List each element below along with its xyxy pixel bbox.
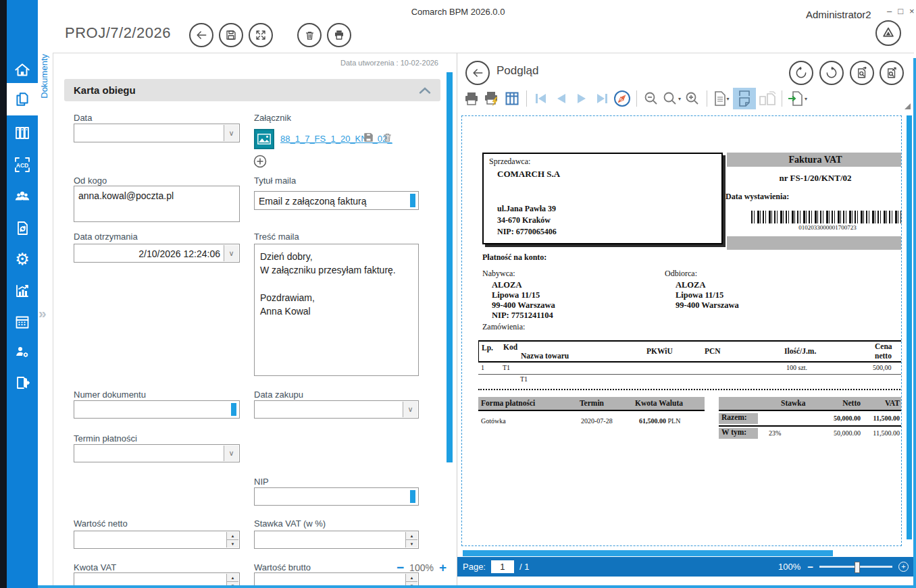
sidebar-item-users-groups[interactable] [7,184,38,209]
pdf-zoom-in-button[interactable] [684,89,701,108]
ocr-send-button[interactable] [880,61,904,85]
hand-navigation-button[interactable] [613,89,631,108]
form-scrollbar[interactable] [447,72,453,462]
sidebar-expander-chevron[interactable]: » [39,305,44,321]
back-button[interactable] [189,23,213,47]
wartosc-netto-spinner[interactable]: ▲▼ [74,531,240,549]
zoom-out-button[interactable]: − [397,561,404,574]
pdf-quick-print-button[interactable] [483,89,501,108]
termin-platnosci-dropdown-button[interactable]: ∨ [224,446,238,461]
attachment-delete-button[interactable] [382,132,393,146]
facing-view-button[interactable] [759,89,776,108]
sidebar-item-acd[interactable]: ACD [7,152,38,178]
sidebar-item-repository[interactable] [7,120,38,146]
rotate-left-button[interactable] [789,61,813,85]
invoice-page[interactable]: Sprzedawca: COMARCH S.A ul.Jana Pawła 39… [461,115,902,546]
item-ilosc: 100 szt. [786,364,807,371]
image-icon [257,134,271,144]
magnifier-minus-icon [644,91,659,106]
payment-header-forma: Forma płatności [481,399,535,407]
sidebar-item-settings[interactable]: ⚙ [7,246,38,272]
save-button[interactable] [219,23,243,47]
section-header-karta-obiegu[interactable]: Karta obiegu [64,79,440,101]
kwota-vat-spinner[interactable]: ▲▼ [74,572,240,587]
tytul-maila-input[interactable]: Email z załączoną fakturą [254,191,419,210]
app-title: Comarch BPM 2026.0.0 [38,7,878,17]
single-page-view-button[interactable]: ▾ [713,89,730,108]
attachment-save-button[interactable] [363,132,374,146]
page-label: Page: [463,562,486,572]
spin-up-icon[interactable]: ▲ [406,574,417,582]
attachment-thumbnail[interactable] [254,129,274,149]
seller-label: Sprzedawca: [489,157,530,167]
spin-down-icon[interactable]: ▼ [406,540,417,547]
document-id-title: PROJ/7/2/2026 [65,24,171,42]
wartosc-brutto-spinner[interactable]: ▲▼ [254,572,419,587]
pdf-export-button[interactable]: ▾ [788,89,807,108]
buyer-line: ALOZA [492,280,521,290]
first-page-button[interactable] [532,89,550,108]
fullscreen-button[interactable] [249,23,273,47]
spin-up-icon[interactable]: ▲ [227,532,238,540]
comarch-logo-button[interactable] [875,20,901,46]
pdf-horizontal-scrollbar[interactable] [463,550,833,556]
attachment-add-button[interactable] [253,155,267,171]
data-combobox[interactable]: ∨ [74,124,240,142]
spin-up-icon[interactable]: ▲ [227,574,238,582]
close-button[interactable]: × [909,6,915,16]
sidebar-item-reports[interactable] [7,278,38,304]
zoom-slider-thumb[interactable] [855,562,860,573]
zoom-slider[interactable] [819,566,892,568]
nip-input[interactable] [254,487,419,506]
minimize-button[interactable]: – [887,6,892,16]
pdf-page-setup-button[interactable] [503,89,521,108]
pdf-vertical-scrollbar[interactable] [907,115,912,539]
page-number-input[interactable]: 1 [491,560,514,573]
data-otrzymania-dropdown-button[interactable]: ∨ [224,245,238,261]
invoice-gray-bar [727,236,902,250]
spinner-buttons[interactable]: ▲▼ [405,532,417,547]
spin-down-icon[interactable]: ▼ [227,540,238,547]
sidebar-item-home[interactable] [7,57,38,83]
next-page-button[interactable] [573,89,590,108]
field-label-data-zakupu: Data zakupu [254,390,303,400]
spinner-buttons[interactable]: ▲▼ [226,532,238,547]
zoom-in-button[interactable]: + [439,561,447,574]
numer-dokumentu-input[interactable] [74,400,240,419]
spin-up-icon[interactable]: ▲ [406,532,417,540]
pdf-print-button[interactable] [463,89,480,108]
collapse-chevron-icon[interactable] [419,86,431,95]
data-zakupu-combobox[interactable]: ∨ [254,400,419,419]
data-dropdown-button[interactable]: ∨ [224,125,238,141]
attachment-file-link[interactable]: 88_1_7_FS_1_20_KNT_02_ [280,134,392,144]
tresc-maila-textarea[interactable]: Dzień dobry, W załączniku przesyłam fakt… [254,244,419,376]
page-icon [714,91,726,106]
toolbar-resize-grip[interactable] [905,103,911,109]
sidebar-item-documents[interactable] [7,83,38,115]
ocr-rescan-button[interactable] [850,61,874,85]
maximize-button[interactable]: □ [898,6,903,16]
statusbar-zoom-in-button[interactable]: + [898,562,909,572]
print-button[interactable] [327,23,351,47]
sidebar-item-processes[interactable] [7,215,38,241]
data-zakupu-dropdown-button[interactable]: ∨ [403,402,417,417]
stawka-vat-spinner[interactable]: ▲▼ [254,531,419,549]
delete-button[interactable] [297,23,322,47]
tab-dokumenty[interactable]: Dokumenty [39,54,49,99]
main-sidebar: ACD ⚙ [7,0,38,588]
rotate-right-button[interactable] [819,61,844,85]
termin-platnosci-combobox[interactable]: ∨ [74,444,240,462]
pdf-zoom-select-button[interactable]: ▾ [663,89,681,108]
sidebar-item-calendar[interactable] [7,309,38,335]
sidebar-item-user-admin[interactable] [7,339,38,365]
od-kogo-input[interactable]: anna.kowal@poczta.pl [74,186,240,222]
previous-page-button[interactable] [553,89,570,108]
preview-back-button[interactable] [465,61,490,85]
statusbar-zoom-out-button[interactable]: − [807,561,813,572]
toolbar-separator [782,90,782,107]
continuous-view-button[interactable] [733,88,756,109]
sidebar-item-logout[interactable] [7,370,38,396]
pdf-zoom-out-button[interactable] [642,89,660,108]
last-page-button[interactable] [593,89,611,108]
data-otrzymania-combobox[interactable]: 2/10/2026 12:24:06 ∨ [74,244,240,263]
